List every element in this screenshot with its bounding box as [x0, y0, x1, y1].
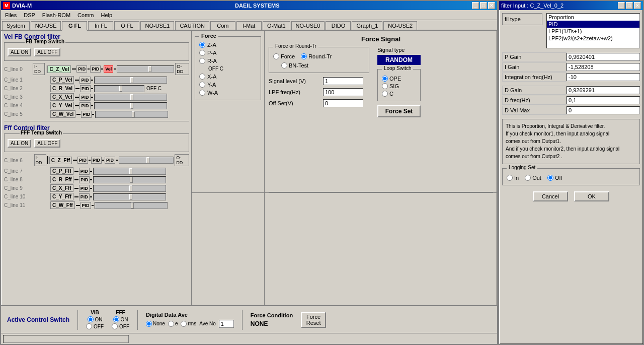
- log-out-radio[interactable]: [525, 175, 531, 181]
- vel-name-2: C_R_Vel: [50, 85, 74, 92]
- ave-no-input[interactable]: [219, 320, 234, 328]
- off-set-input[interactable]: [323, 99, 363, 107]
- fff-slider-6[interactable]: [119, 157, 174, 164]
- type-lpf2[interactable]: LPF2(w2/(s2+2zetaw+w2): [547, 35, 639, 42]
- fff-all-on-button[interactable]: ALL ON: [8, 139, 31, 148]
- logging-set-label: Logging Set: [507, 165, 537, 170]
- tab-no-use2[interactable]: NO-USE2: [383, 21, 417, 30]
- dda-e-radio[interactable]: [168, 321, 174, 327]
- tab-no-use0[interactable]: NO-USE0: [291, 21, 325, 30]
- p-gain-input[interactable]: [567, 53, 640, 61]
- type-lpf1[interactable]: LPF1(1/Ts+1): [547, 28, 639, 35]
- minimize-button[interactable]: _: [472, 2, 479, 9]
- tab-o-mat1[interactable]: O-Mat1: [263, 21, 290, 30]
- loop-sig-radio[interactable]: [382, 83, 388, 89]
- vib-on-radio[interactable]: [88, 316, 94, 322]
- tab-g-fl[interactable]: G FL: [62, 21, 87, 31]
- prop-row-i-gain: I Gain: [502, 62, 640, 72]
- round-tr-radio[interactable]: [301, 53, 307, 59]
- d-gain-input[interactable]: [567, 86, 640, 94]
- app-icon: M: [3, 2, 10, 9]
- slider-1[interactable]: [94, 77, 167, 84]
- maximize-button[interactable]: □: [480, 2, 487, 9]
- force-radio[interactable]: [273, 53, 279, 59]
- ok-button[interactable]: OK: [574, 191, 609, 201]
- force-ya-radio[interactable]: [199, 82, 205, 88]
- filter-close-btn[interactable]: ✕: [634, 2, 641, 9]
- filter-maximize-btn[interactable]: □: [626, 2, 633, 9]
- fff-off-radio[interactable]: [112, 323, 118, 329]
- int-freq-input[interactable]: [567, 73, 640, 81]
- fff-on-radio[interactable]: [113, 316, 119, 322]
- force-za-radio[interactable]: [199, 42, 205, 48]
- tab-no-use[interactable]: NO-USE: [31, 21, 61, 30]
- force-pa-radio[interactable]: [199, 50, 205, 56]
- log-in-radio[interactable]: [507, 175, 513, 181]
- log-off-radio[interactable]: [547, 175, 553, 181]
- slider-3[interactable]: [94, 94, 167, 101]
- lpf-freq-input[interactable]: [323, 88, 363, 96]
- loop-ope-radio[interactable]: [382, 76, 388, 82]
- type-proportion[interactable]: Proportion: [547, 14, 639, 21]
- properties-section: P Gain I Gain Integration freq(Hz): [502, 52, 640, 82]
- bn-test-label[interactable]: BN-Test: [281, 62, 365, 68]
- tab-system[interactable]: System: [2, 21, 30, 30]
- force-xa[interactable]: X-A: [199, 74, 257, 80]
- section-divider: [4, 121, 189, 121]
- round-tr-radio-label[interactable]: Round-Tr: [301, 53, 332, 59]
- tab-o-fl[interactable]: O FL: [114, 21, 139, 30]
- force-radio-label[interactable]: Force: [273, 53, 295, 59]
- type-pid[interactable]: PID: [547, 21, 639, 28]
- slider-4[interactable]: [94, 102, 167, 109]
- close-button[interactable]: ✕: [488, 2, 495, 9]
- vib-off-radio[interactable]: [86, 323, 92, 329]
- d-val-max-input[interactable]: [567, 106, 640, 114]
- slider-0[interactable]: [117, 65, 174, 73]
- menu-dsp[interactable]: DSP: [21, 11, 38, 19]
- fff-all-off-button[interactable]: ALL OFF: [34, 139, 60, 148]
- force-ya[interactable]: Y-A: [199, 82, 257, 88]
- force-set-button[interactable]: Force Set: [377, 105, 421, 117]
- idd-label-0: I-DD: [33, 63, 45, 75]
- line-label-2: C_line 2: [4, 86, 33, 91]
- loop-c-radio[interactable]: [382, 91, 388, 97]
- force-za[interactable]: Z-A: [199, 42, 257, 48]
- force-xa-radio[interactable]: [199, 74, 205, 80]
- tab-com[interactable]: Com: [210, 21, 235, 30]
- vel-name-4: C_Y_Vel: [50, 102, 74, 109]
- force-reset-button[interactable]: Force Reset: [301, 312, 326, 328]
- force-condition-label: Force Condition: [251, 312, 293, 318]
- force-ra-radio[interactable]: [199, 58, 205, 64]
- menu-files[interactable]: Files: [2, 11, 20, 19]
- tab-graph1[interactable]: Graph_1: [352, 21, 382, 30]
- dda-none-radio[interactable]: [146, 321, 152, 327]
- force-wa-radio[interactable]: [199, 90, 205, 96]
- menu-help[interactable]: Help: [98, 11, 115, 19]
- filter-title-bar: filter Input : C_Z_Vel_0_2 _ □ ✕: [499, 1, 643, 10]
- filter-minimize-btn[interactable]: _: [618, 2, 625, 9]
- vel-all-on-button[interactable]: ALL ON: [8, 48, 31, 56]
- slider-5[interactable]: [95, 111, 168, 118]
- tab-no-use1[interactable]: NO-USE1: [140, 21, 174, 30]
- vel-all-off-button[interactable]: ALL OFF: [34, 48, 60, 56]
- line-label-0: C_line 0: [4, 66, 32, 72]
- bn-test-radio[interactable]: [281, 62, 287, 68]
- i-gain-input[interactable]: [567, 63, 640, 71]
- vel-highlight[interactable]: Vel: [104, 65, 113, 73]
- fil-type-listbox[interactable]: Proportion PID LPF1(1/Ts+1) LPF2(w2/(s2+…: [546, 13, 640, 48]
- tab-in-fl[interactable]: In FL: [88, 21, 113, 30]
- tab-i-mat[interactable]: I-Mat: [236, 21, 262, 30]
- menu-comm[interactable]: Comm: [74, 11, 97, 19]
- signal-level-input[interactable]: [323, 77, 363, 85]
- tab-dido[interactable]: DIDO: [326, 21, 351, 30]
- force-ra[interactable]: R-A: [199, 58, 257, 64]
- menu-flash-rom[interactable]: Flash-ROM: [39, 11, 73, 19]
- fff-name-6: C_Z_Fff: [49, 157, 72, 164]
- cancel-button[interactable]: Cancel: [533, 191, 568, 201]
- tab-caution[interactable]: CAUTION: [175, 21, 209, 30]
- slider-2[interactable]: [94, 85, 144, 92]
- d-freq-input[interactable]: [567, 96, 640, 104]
- dda-rms-radio[interactable]: [181, 321, 187, 327]
- force-wa[interactable]: W-A: [199, 90, 257, 96]
- force-pa[interactable]: P-A: [199, 50, 257, 56]
